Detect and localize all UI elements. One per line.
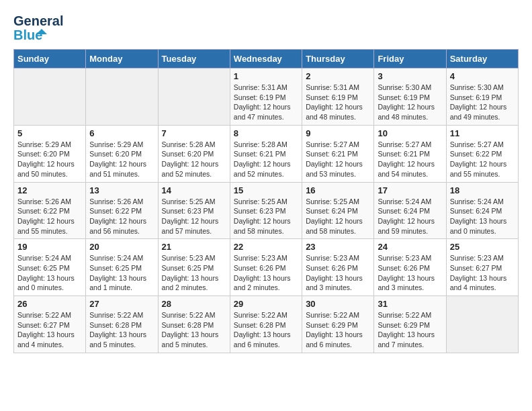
calendar-day-cell: 18Sunrise: 5:24 AM Sunset: 6:24 PM Dayli… bbox=[446, 182, 518, 239]
day-info: Sunrise: 5:22 AM Sunset: 6:28 PM Dayligh… bbox=[89, 310, 154, 350]
day-info: Sunrise: 5:24 AM Sunset: 6:24 PM Dayligh… bbox=[378, 197, 442, 236]
day-number: 2 bbox=[306, 71, 370, 81]
day-number: 21 bbox=[162, 242, 226, 252]
calendar-day-cell: 15Sunrise: 5:25 AM Sunset: 6:23 PM Dayli… bbox=[230, 182, 302, 239]
day-info: Sunrise: 5:23 AM Sunset: 6:26 PM Dayligh… bbox=[378, 253, 442, 293]
calendar-day-cell bbox=[14, 68, 86, 126]
day-number: 27 bbox=[89, 299, 154, 309]
calendar-day-cell: 3Sunrise: 5:30 AM Sunset: 6:19 PM Daylig… bbox=[374, 68, 446, 126]
day-info: Sunrise: 5:31 AM Sunset: 6:19 PM Dayligh… bbox=[234, 83, 298, 122]
day-number: 26 bbox=[17, 299, 82, 309]
day-number: 11 bbox=[450, 128, 515, 138]
day-info: Sunrise: 5:31 AM Sunset: 6:19 PM Dayligh… bbox=[306, 83, 370, 122]
calendar-day-cell: 21Sunrise: 5:23 AM Sunset: 6:25 PM Dayli… bbox=[158, 239, 230, 296]
day-number: 1 bbox=[234, 71, 298, 81]
weekday-header-thursday: Thursday bbox=[302, 50, 374, 68]
calendar-day-cell: 14Sunrise: 5:25 AM Sunset: 6:23 PM Dayli… bbox=[158, 182, 230, 239]
calendar-day-cell: 22Sunrise: 5:23 AM Sunset: 6:26 PM Dayli… bbox=[230, 239, 302, 296]
calendar-day-cell: 5Sunrise: 5:29 AM Sunset: 6:20 PM Daylig… bbox=[14, 125, 86, 182]
day-number: 8 bbox=[234, 128, 298, 138]
calendar-day-cell: 30Sunrise: 5:22 AM Sunset: 6:29 PM Dayli… bbox=[302, 296, 374, 353]
calendar-day-cell bbox=[86, 68, 158, 126]
day-number: 9 bbox=[306, 128, 370, 138]
calendar-day-cell: 4Sunrise: 5:30 AM Sunset: 6:19 PM Daylig… bbox=[446, 68, 518, 126]
day-info: Sunrise: 5:22 AM Sunset: 6:29 PM Dayligh… bbox=[378, 310, 442, 350]
calendar-day-cell: 10Sunrise: 5:27 AM Sunset: 6:21 PM Dayli… bbox=[374, 125, 446, 182]
calendar-day-cell: 29Sunrise: 5:22 AM Sunset: 6:28 PM Dayli… bbox=[230, 296, 302, 353]
calendar-day-cell: 25Sunrise: 5:23 AM Sunset: 6:27 PM Dayli… bbox=[446, 239, 518, 296]
day-info: Sunrise: 5:26 AM Sunset: 6:22 PM Dayligh… bbox=[89, 197, 154, 236]
day-info: Sunrise: 5:22 AM Sunset: 6:27 PM Dayligh… bbox=[17, 310, 82, 350]
day-number: 20 bbox=[89, 242, 154, 252]
day-number: 25 bbox=[450, 242, 515, 252]
day-number: 6 bbox=[89, 128, 154, 138]
calendar-day-cell: 20Sunrise: 5:24 AM Sunset: 6:25 PM Dayli… bbox=[86, 239, 158, 296]
calendar-day-cell: 28Sunrise: 5:22 AM Sunset: 6:28 PM Dayli… bbox=[158, 296, 230, 353]
day-number: 22 bbox=[234, 242, 298, 252]
calendar-day-cell: 27Sunrise: 5:22 AM Sunset: 6:28 PM Dayli… bbox=[86, 296, 158, 353]
day-info: Sunrise: 5:28 AM Sunset: 6:21 PM Dayligh… bbox=[234, 140, 298, 179]
day-info: Sunrise: 5:24 AM Sunset: 6:24 PM Dayligh… bbox=[450, 197, 515, 236]
day-number: 18 bbox=[450, 185, 515, 195]
weekday-header-wednesday: Wednesday bbox=[230, 50, 302, 68]
day-number: 12 bbox=[17, 185, 82, 195]
day-number: 19 bbox=[17, 242, 82, 252]
calendar-day-cell: 12Sunrise: 5:26 AM Sunset: 6:22 PM Dayli… bbox=[14, 182, 86, 239]
day-number: 10 bbox=[378, 128, 442, 138]
day-info: Sunrise: 5:25 AM Sunset: 6:23 PM Dayligh… bbox=[234, 197, 298, 236]
day-number: 28 bbox=[162, 299, 226, 309]
calendar-day-cell bbox=[158, 68, 230, 126]
day-info: Sunrise: 5:27 AM Sunset: 6:21 PM Dayligh… bbox=[378, 140, 442, 179]
day-info: Sunrise: 5:24 AM Sunset: 6:25 PM Dayligh… bbox=[89, 253, 154, 293]
calendar-day-cell: 6Sunrise: 5:29 AM Sunset: 6:20 PM Daylig… bbox=[86, 125, 158, 182]
calendar-day-cell: 9Sunrise: 5:27 AM Sunset: 6:21 PM Daylig… bbox=[302, 125, 374, 182]
svg-text:Blue: Blue bbox=[13, 29, 42, 42]
day-number: 30 bbox=[306, 299, 370, 309]
calendar-day-cell: 16Sunrise: 5:25 AM Sunset: 6:24 PM Dayli… bbox=[302, 182, 374, 239]
weekday-header-sunday: Sunday bbox=[14, 50, 86, 68]
day-number: 14 bbox=[162, 185, 226, 195]
calendar-day-cell: 7Sunrise: 5:28 AM Sunset: 6:20 PM Daylig… bbox=[158, 125, 230, 182]
day-number: 7 bbox=[162, 128, 226, 138]
weekday-header-saturday: Saturday bbox=[446, 50, 518, 68]
day-number: 23 bbox=[306, 242, 370, 252]
day-number: 31 bbox=[378, 299, 442, 309]
day-number: 4 bbox=[450, 71, 515, 81]
calendar-day-cell: 1Sunrise: 5:31 AM Sunset: 6:19 PM Daylig… bbox=[230, 68, 302, 126]
day-number: 24 bbox=[378, 242, 442, 252]
calendar-day-cell bbox=[446, 296, 518, 353]
day-info: Sunrise: 5:29 AM Sunset: 6:20 PM Dayligh… bbox=[17, 140, 82, 179]
day-info: Sunrise: 5:27 AM Sunset: 6:22 PM Dayligh… bbox=[450, 140, 515, 179]
calendar-week-row: 1Sunrise: 5:31 AM Sunset: 6:19 PM Daylig… bbox=[14, 68, 519, 126]
day-info: Sunrise: 5:22 AM Sunset: 6:28 PM Dayligh… bbox=[162, 310, 226, 350]
calendar-week-row: 26Sunrise: 5:22 AM Sunset: 6:27 PM Dayli… bbox=[14, 296, 519, 353]
day-number: 15 bbox=[234, 185, 298, 195]
day-info: Sunrise: 5:28 AM Sunset: 6:20 PM Dayligh… bbox=[162, 140, 226, 179]
day-info: Sunrise: 5:25 AM Sunset: 6:23 PM Dayligh… bbox=[162, 197, 226, 236]
day-number: 17 bbox=[378, 185, 442, 195]
day-number: 3 bbox=[378, 71, 442, 81]
calendar-day-cell: 11Sunrise: 5:27 AM Sunset: 6:22 PM Dayli… bbox=[446, 125, 518, 182]
day-number: 5 bbox=[17, 128, 82, 138]
weekday-header-monday: Monday bbox=[86, 50, 158, 68]
weekday-header-tuesday: Tuesday bbox=[158, 50, 230, 68]
calendar-day-cell: 31Sunrise: 5:22 AM Sunset: 6:29 PM Dayli… bbox=[374, 296, 446, 353]
day-info: Sunrise: 5:23 AM Sunset: 6:26 PM Dayligh… bbox=[306, 253, 370, 293]
day-info: Sunrise: 5:23 AM Sunset: 6:27 PM Dayligh… bbox=[450, 253, 515, 293]
calendar-day-cell: 13Sunrise: 5:26 AM Sunset: 6:22 PM Dayli… bbox=[86, 182, 158, 239]
day-info: Sunrise: 5:22 AM Sunset: 6:28 PM Dayligh… bbox=[234, 310, 298, 350]
weekday-header-friday: Friday bbox=[374, 50, 446, 68]
day-info: Sunrise: 5:23 AM Sunset: 6:25 PM Dayligh… bbox=[162, 253, 226, 293]
calendar-week-row: 5Sunrise: 5:29 AM Sunset: 6:20 PM Daylig… bbox=[14, 125, 519, 182]
calendar-day-cell: 8Sunrise: 5:28 AM Sunset: 6:21 PM Daylig… bbox=[230, 125, 302, 182]
day-number: 29 bbox=[234, 299, 298, 309]
day-info: Sunrise: 5:24 AM Sunset: 6:25 PM Dayligh… bbox=[17, 253, 82, 293]
calendar-day-cell: 26Sunrise: 5:22 AM Sunset: 6:27 PM Dayli… bbox=[14, 296, 86, 353]
day-info: Sunrise: 5:23 AM Sunset: 6:26 PM Dayligh… bbox=[234, 253, 298, 293]
calendar-day-cell: 2Sunrise: 5:31 AM Sunset: 6:19 PM Daylig… bbox=[302, 68, 374, 126]
calendar-day-cell: 24Sunrise: 5:23 AM Sunset: 6:26 PM Dayli… bbox=[374, 239, 446, 296]
calendar-day-cell: 23Sunrise: 5:23 AM Sunset: 6:26 PM Dayli… bbox=[302, 239, 374, 296]
day-info: Sunrise: 5:22 AM Sunset: 6:29 PM Dayligh… bbox=[306, 310, 370, 350]
logo-blue-text: Blue bbox=[13, 29, 47, 42]
logo-combined: General Blue bbox=[13, 13, 63, 42]
